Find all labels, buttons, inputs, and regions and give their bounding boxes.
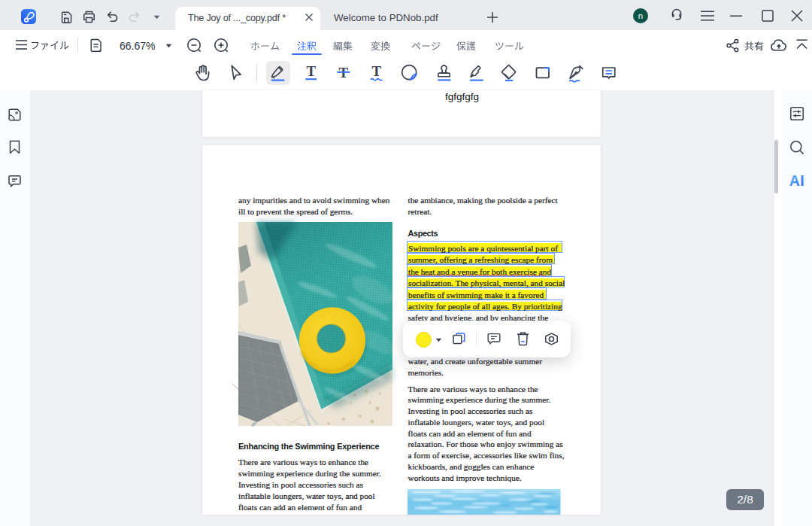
svg-text:AI: AI (789, 172, 805, 189)
svg-text:T: T (372, 63, 382, 79)
svg-text:T: T (306, 63, 316, 79)
